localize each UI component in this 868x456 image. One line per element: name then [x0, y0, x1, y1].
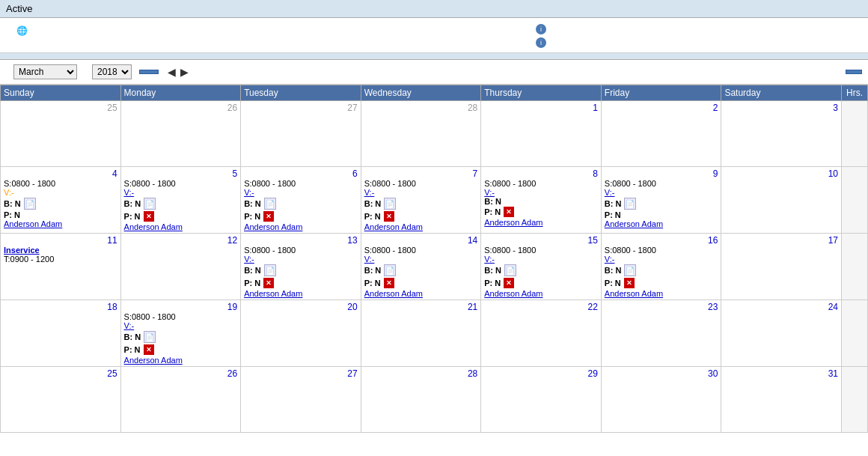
event-person-link[interactable]: Anderson Adam [364, 222, 423, 231]
day-number[interactable]: 24 [724, 302, 838, 312]
hours-info-icon[interactable]: i [536, 37, 546, 48]
day-number[interactable]: 18 [4, 302, 117, 312]
doc-icon[interactable]: 📄 [504, 264, 516, 276]
day-number[interactable]: 13 [244, 235, 358, 246]
doc-icon[interactable]: 📄 [144, 198, 156, 210]
day-number[interactable]: 5 [124, 168, 238, 179]
day-number[interactable]: 31 [724, 368, 838, 379]
x-icon[interactable]: ✕ [144, 211, 154, 222]
day-number[interactable]: 17 [724, 235, 838, 246]
day-number[interactable]: 21 [364, 302, 478, 312]
x-icon[interactable]: ✕ [263, 211, 274, 222]
event-v-line[interactable]: V:- [364, 188, 478, 197]
day-number[interactable]: 6 [244, 168, 358, 179]
day-number[interactable]: 10 [724, 168, 838, 179]
day-number[interactable]: 16 [605, 235, 718, 246]
x-icon[interactable]: ✕ [624, 278, 635, 288]
prev-arrow-button[interactable]: ◀ [166, 66, 177, 78]
doc-icon[interactable]: 📄 [384, 264, 396, 276]
event-v-line[interactable]: V:- [484, 188, 598, 197]
next-arrow-button[interactable]: ▶ [179, 66, 190, 78]
event-block: S:0800 - 1800V:-B: N📄P: NAnderson Adam [605, 179, 718, 228]
inservice-link[interactable]: Inservice [4, 246, 40, 255]
event-b: B: N [124, 332, 141, 341]
event-person-link[interactable]: Anderson Adam [244, 289, 302, 298]
day-number[interactable]: 30 [605, 368, 718, 379]
calendar-header-row: Sunday Monday Tuesday Wednesday Thursday… [1, 85, 868, 101]
calendar-day-cell: 5S:0800 - 1800V:-B: N📄P: N✕Anderson Adam [120, 167, 241, 234]
day-number[interactable]: 8 [484, 168, 598, 179]
day-number[interactable]: 11 [4, 235, 117, 246]
print-button[interactable] [846, 70, 862, 74]
event-v-line[interactable]: V:- [244, 188, 358, 197]
x-icon[interactable]: ✕ [504, 278, 514, 288]
x-icon[interactable]: ✕ [384, 278, 394, 288]
doc-icon[interactable]: 📄 [144, 331, 156, 343]
search-button[interactable] [139, 70, 159, 74]
doc-icon[interactable]: 📄 [624, 198, 636, 210]
event-v-line[interactable]: V:- [124, 188, 238, 197]
day-number[interactable]: 3 [724, 103, 838, 113]
event-person-link[interactable]: Anderson Adam [484, 289, 542, 298]
calendar-week-row: 25262728123 [1, 101, 868, 167]
event-p-text: P: N [484, 207, 501, 216]
event-v-line[interactable]: V:- [484, 255, 598, 264]
th-hrs: Hrs. [842, 85, 868, 101]
event-person-link[interactable]: Anderson Adam [605, 219, 663, 228]
calendar-day-cell: 21 [361, 300, 481, 367]
event-p-text: P: N [244, 279, 260, 288]
day-number[interactable]: 12 [124, 235, 238, 246]
doc-icon[interactable]: 📄 [264, 264, 276, 276]
day-number[interactable]: 25 [4, 368, 117, 379]
event-person-link[interactable]: Anderson Adam [124, 222, 183, 231]
x-icon[interactable]: ✕ [144, 344, 154, 355]
dob-info-icon[interactable]: i [536, 24, 546, 34]
event-time: S:0800 - 1800 [124, 179, 238, 188]
month-select[interactable]: JanuaryFebruaryMarch AprilMayJune JulyAu… [13, 64, 77, 79]
info-col-1: 🌐 [6, 21, 230, 49]
doc-icon[interactable]: 📄 [264, 198, 276, 210]
event-person-link[interactable]: Anderson Adam [124, 356, 183, 365]
day-number[interactable]: 2 [605, 103, 718, 113]
year-select[interactable]: 2016201720182019 [92, 64, 132, 79]
event-person-link[interactable]: Anderson Adam [244, 222, 302, 231]
event-v-line[interactable]: V:- [364, 255, 478, 264]
doc-icon[interactable]: 📄 [624, 264, 636, 276]
event-person-link[interactable]: Anderson Adam [484, 218, 542, 227]
day-number[interactable]: 1 [484, 103, 598, 113]
event-v-line[interactable]: V:- [605, 188, 718, 197]
day-number[interactable]: 9 [605, 168, 718, 179]
event-v-line[interactable]: V:- [244, 255, 358, 264]
event-v-line[interactable]: V:- [124, 321, 238, 330]
event-person-link[interactable]: Anderson Adam [605, 289, 663, 298]
doc-icon[interactable]: 📄 [384, 198, 396, 210]
day-number[interactable]: 26 [124, 368, 238, 379]
hrs-cell [842, 300, 868, 367]
event-v-line[interactable]: V:- [4, 188, 117, 197]
calendar-day-cell: 30 [601, 367, 721, 433]
day-number[interactable]: 23 [605, 302, 718, 312]
x-icon[interactable]: ✕ [384, 211, 394, 222]
day-number[interactable]: 27 [244, 368, 358, 379]
day-number[interactable]: 28 [364, 368, 478, 379]
day-number[interactable]: 29 [484, 368, 598, 379]
day-number[interactable]: 15 [484, 235, 598, 246]
day-number[interactable]: 4 [4, 168, 117, 179]
event-b: B: N [244, 266, 261, 275]
x-icon[interactable]: ✕ [263, 278, 274, 288]
event-b: B: N [364, 199, 382, 208]
doc-icon[interactable]: 📄 [24, 198, 36, 210]
event-v-line[interactable]: V:- [605, 255, 718, 264]
event-p-text: P: N [4, 210, 20, 219]
event-time: S:0800 - 1800 [364, 246, 478, 255]
x-icon[interactable]: ✕ [504, 207, 514, 217]
event-b: B: N [605, 266, 622, 275]
event-time: S:0800 - 1800 [605, 246, 718, 255]
day-number[interactable]: 22 [484, 302, 598, 312]
day-number[interactable]: 14 [364, 235, 478, 246]
day-number[interactable]: 20 [244, 302, 358, 312]
day-number[interactable]: 7 [364, 168, 478, 179]
event-person-link[interactable]: Anderson Adam [364, 289, 423, 298]
event-person-link[interactable]: Anderson Adam [4, 219, 62, 228]
day-number[interactable]: 19 [124, 302, 238, 312]
